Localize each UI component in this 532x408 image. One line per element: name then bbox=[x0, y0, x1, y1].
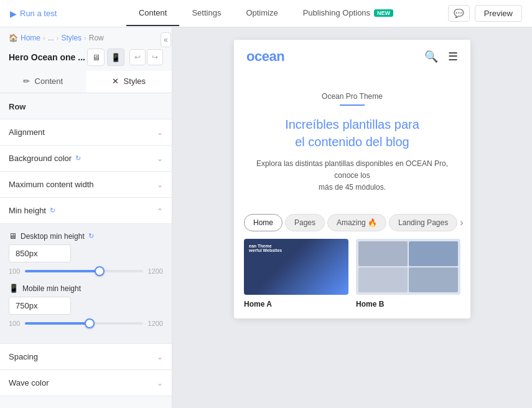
desktop-slider-max: 1200 bbox=[148, 267, 163, 275]
tab-publishing-options[interactable]: Publishing Options NEW bbox=[291, 1, 406, 26]
background-color-label: Background color ↻ bbox=[9, 154, 81, 163]
accordion-spacing[interactable]: Spacing ⌄ bbox=[0, 344, 172, 370]
accordion-wave-color[interactable]: Wave color ⌄ bbox=[0, 370, 172, 396]
play-icon: ▶ bbox=[10, 9, 17, 19]
desktop-refresh-icon[interactable]: ↻ bbox=[88, 232, 94, 240]
site-preview: ocean 🔍 ☰ Ocean Pro Theme Increíbles pla… bbox=[234, 40, 470, 318]
card-b-grid bbox=[356, 239, 460, 295]
desktop-slider-thumb[interactable] bbox=[95, 266, 105, 276]
desktop-slider-row: 100 1200 bbox=[9, 267, 163, 275]
run-test-button[interactable]: ▶ Run a test bbox=[10, 9, 57, 19]
content-tab-label: Content bbox=[35, 76, 63, 86]
preview-tab-amazing[interactable]: Amazing 🔥 bbox=[327, 214, 386, 231]
menu-icon[interactable]: ☰ bbox=[448, 50, 458, 63]
preview-cards: ean Themewerful Websites Home A Ho bbox=[234, 239, 470, 318]
redo-button[interactable]: ↪ bbox=[147, 49, 163, 65]
background-color-chevron: ⌄ bbox=[157, 154, 163, 163]
undo-redo-controls: ↩ ↪ bbox=[129, 49, 163, 65]
preview-panel: ocean 🔍 ☰ Ocean Pro Theme Increíbles pla… bbox=[172, 27, 532, 408]
tabs-arrow-icon[interactable]: › bbox=[460, 217, 463, 228]
chat-icon: 💬 bbox=[454, 9, 464, 18]
mobile-icon: 📱 bbox=[111, 53, 121, 62]
desktop-view-button[interactable]: 🖥 bbox=[87, 49, 105, 66]
preview-tab-home[interactable]: Home bbox=[244, 214, 282, 231]
min-height-chevron: ⌄ bbox=[157, 206, 163, 215]
breadcrumb: 🏠 Home › ... › Styles › Row bbox=[0, 27, 172, 46]
mobile-slider-min: 100 bbox=[9, 320, 20, 327]
card-b-img-1 bbox=[358, 241, 408, 266]
alignment-chevron: ⌄ bbox=[157, 128, 163, 137]
breadcrumb-sep-1: › bbox=[43, 34, 45, 42]
card-a-title: Home A bbox=[244, 300, 348, 308]
desktop-slider-min: 100 bbox=[9, 267, 20, 275]
accordion-max-content-width[interactable]: Maximum content width ⌄ bbox=[0, 172, 172, 198]
background-refresh-icon[interactable]: ↻ bbox=[75, 154, 81, 162]
accordion-background-color[interactable]: Background color ↻ ⌄ bbox=[0, 146, 172, 172]
topbar-right: 💬 Preview bbox=[410, 5, 522, 22]
preview-button[interactable]: Preview bbox=[475, 5, 522, 22]
desktop-slider-fill bbox=[25, 270, 99, 272]
row-section-title: Row bbox=[9, 102, 26, 111]
chat-button[interactable]: 💬 bbox=[448, 5, 470, 22]
mobile-view-button[interactable]: 📱 bbox=[107, 49, 124, 66]
min-height-label: Min height ↻ bbox=[9, 206, 55, 215]
alignment-label: Alignment bbox=[9, 128, 45, 137]
tab-content[interactable]: Content bbox=[126, 1, 180, 26]
tab-publishing-label: Publishing Options bbox=[303, 8, 370, 17]
mobile-slider-fill bbox=[25, 322, 90, 325]
accordion-alignment[interactable]: Alignment ⌄ bbox=[0, 119, 172, 146]
accordion-min-height[interactable]: Min height ↻ ⌄ bbox=[0, 198, 172, 224]
card-b-img-3 bbox=[358, 267, 408, 292]
desktop-slider-track[interactable] bbox=[25, 270, 142, 272]
card-a-thumb-text: ean Themewerful Websites bbox=[249, 244, 282, 253]
desktop-min-height-input[interactable] bbox=[9, 244, 71, 262]
search-icon[interactable]: 🔍 bbox=[424, 50, 438, 63]
max-content-width-label: Maximum content width bbox=[9, 180, 94, 189]
preview-hero-desc: Explora las distintas plantillas disponi… bbox=[246, 158, 458, 194]
desktop-icon: 🖥 bbox=[92, 53, 100, 62]
desktop-min-height-text: Desktop min height bbox=[21, 232, 85, 241]
breadcrumb-sep-3: › bbox=[84, 34, 86, 42]
card-b-img-4 bbox=[409, 267, 458, 292]
new-badge: NEW bbox=[374, 9, 393, 17]
breadcrumb-styles[interactable]: Styles bbox=[61, 34, 82, 42]
tab-settings[interactable]: Settings bbox=[179, 1, 233, 26]
mobile-min-height-input[interactable] bbox=[9, 297, 71, 315]
pencil-icon: ✏ bbox=[23, 76, 30, 86]
undo-button[interactable]: ↩ bbox=[129, 49, 146, 65]
mobile-slider-thumb[interactable] bbox=[85, 318, 95, 328]
wave-color-chevron: ⌄ bbox=[157, 379, 163, 387]
card-b-thumbnail bbox=[356, 239, 460, 295]
preview-tab-pages[interactable]: Pages bbox=[285, 214, 325, 231]
breadcrumb-sep-2: › bbox=[57, 34, 59, 42]
mobile-slider-track[interactable] bbox=[25, 322, 142, 325]
desktop-device-icon: 🖥 bbox=[9, 231, 17, 241]
ocean-logo: ocean bbox=[246, 49, 284, 65]
preview-card-a: ean Themewerful Websites Home A bbox=[244, 239, 348, 308]
home-icon: 🏠 bbox=[9, 34, 18, 42]
tab-content-panel[interactable]: ✏ Content bbox=[0, 71, 86, 93]
mobile-device-icon: 📱 bbox=[9, 284, 19, 293]
mobile-slider-row: 100 1200 bbox=[9, 320, 163, 327]
breadcrumb-home[interactable]: Home bbox=[21, 34, 40, 42]
card-b-img-2 bbox=[409, 241, 458, 266]
preview-tab-landing[interactable]: Landing Pages bbox=[389, 214, 457, 231]
page-title: Hero Ocean one ... bbox=[9, 52, 85, 62]
min-height-refresh-icon[interactable]: ↻ bbox=[50, 206, 55, 215]
min-height-expanded: 🖥 Desktop min height ↻ 100 1200 📱 bbox=[0, 224, 172, 344]
preview-tabs: Home Pages Amazing 🔥 Landing Pages › bbox=[234, 206, 470, 239]
tab-styles-panel[interactable]: ✕ Styles bbox=[86, 71, 172, 93]
preview-nav-icons: 🔍 ☰ bbox=[424, 50, 458, 63]
preview-hero-title: Increíbles plantillas parael contenido d… bbox=[246, 116, 458, 151]
run-test-label: Run a test bbox=[20, 9, 57, 18]
page-title-bar: Hero Ocean one ... 🖥 📱 ↩ ↪ bbox=[0, 46, 172, 71]
main-layout: « 🏠 Home › ... › Styles › Row Hero Ocean… bbox=[0, 27, 532, 408]
preview-header: ocean 🔍 ☰ bbox=[234, 40, 470, 73]
tab-optimize[interactable]: Optimize bbox=[233, 1, 290, 26]
spacing-chevron: ⌄ bbox=[157, 353, 163, 361]
x-icon: ✕ bbox=[112, 76, 119, 86]
background-color-text: Background color bbox=[9, 154, 72, 163]
breadcrumb-row: Row bbox=[89, 34, 104, 42]
desktop-min-height-label: 🖥 Desktop min height ↻ bbox=[9, 231, 163, 241]
collapse-panel-button[interactable]: « bbox=[161, 32, 171, 47]
